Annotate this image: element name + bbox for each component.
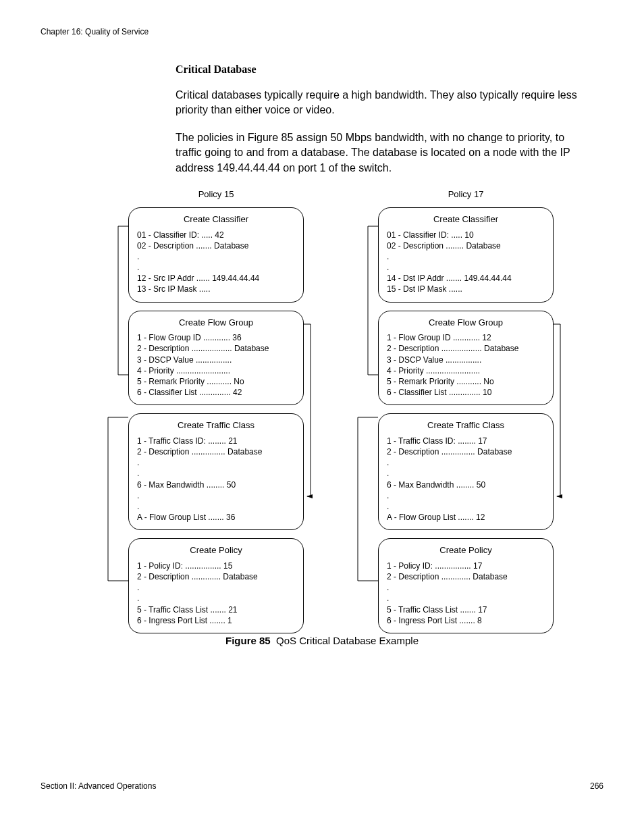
policy-17-title: Policy 17: [378, 189, 554, 199]
row: 1 - Policy ID: ................ 17: [387, 561, 545, 571]
classifier-title-left: Create Classifier: [137, 213, 295, 226]
flowgroup-box-right: Create Flow Group 1 - Flow Group ID ....…: [378, 311, 554, 406]
row: 2 - Description ............... Database: [387, 446, 545, 457]
row: 1 - Flow Group ID ............ 12: [387, 332, 545, 343]
flowgroup-box-left: Create Flow Group 1 - Flow Group ID ....…: [128, 311, 304, 406]
chapter-header: Chapter 16: Quality of Service: [41, 27, 603, 36]
traffic-title-right: Create Traffic Class: [387, 419, 545, 432]
traffic-box-right: Create Traffic Class 1 - Traffic Class I…: [378, 413, 554, 530]
row: 5 - Traffic Class List ....... 21: [137, 604, 295, 615]
row: .: [387, 262, 545, 273]
row: 6 - Classifier List .............. 10: [387, 387, 545, 398]
traffic-box-left: Create Traffic Class 1 - Traffic Class I…: [128, 413, 304, 530]
row: .: [387, 468, 545, 479]
row: 6 - Max Bandwidth ........ 50: [137, 479, 295, 490]
row: .: [137, 457, 295, 468]
row: 5 - Remark Priority ........... No: [137, 376, 295, 387]
row: .: [387, 490, 545, 501]
row: 02 - Description ........ Database: [387, 240, 545, 251]
row: .: [137, 251, 295, 262]
policy-box-title-right: Create Policy: [387, 544, 545, 556]
policy-box-left: Create Policy 1 - Policy ID: ...........…: [128, 538, 304, 633]
row: 2 - Description .................. Datab…: [137, 343, 295, 354]
row: .: [387, 582, 545, 593]
row: 01 - Classifier ID: ..... 10: [387, 230, 545, 240]
row: 2 - Description ............. Database: [387, 571, 545, 582]
flowgroup-title-left: Create Flow Group: [137, 317, 295, 329]
policy-box-title-left: Create Policy: [137, 544, 295, 556]
paragraph-2: The policies in Figure 85 assign 50 Mbps…: [176, 130, 590, 176]
row: .: [137, 501, 295, 512]
row: A - Flow Group List ....... 36: [137, 512, 295, 523]
footer-section: Section II: Advanced Operations: [41, 781, 156, 791]
row: 1 - Policy ID: ................ 15: [137, 561, 295, 571]
row: 1 - Traffic Class ID: ........ 21: [137, 436, 295, 446]
row: 02 - Description ....... Database: [137, 240, 295, 251]
row: 3 - DSCP Value ................: [387, 355, 545, 365]
row: 3 - DSCP Value ................: [137, 355, 295, 365]
flowgroup-title-right: Create Flow Group: [387, 317, 545, 329]
row: 6 - Max Bandwidth ........ 50: [387, 479, 545, 490]
policy-15-title: Policy 15: [128, 189, 304, 199]
row: A - Flow Group List ....... 12: [387, 512, 545, 523]
row: 1 - Traffic Class ID: ........ 17: [387, 436, 545, 446]
row: 4 - Priority ........................: [137, 365, 295, 376]
row: .: [387, 251, 545, 262]
classifier-box-right: Create Classifier 01 - Classifier ID: ..…: [378, 207, 554, 303]
row: 14 - Dst IP Addr ....... 149.44.44.44: [387, 273, 545, 284]
classifier-title-right: Create Classifier: [387, 213, 545, 226]
row: 6 - Ingress Port List ....... 1: [137, 615, 295, 626]
figure-85: Policy 15 Create Classifier 01 - Classif…: [41, 189, 603, 621]
row: .: [137, 468, 295, 479]
row: 6 - Classifier List .............. 42: [137, 387, 295, 398]
row: 2 - Description .................. Datab…: [387, 343, 545, 354]
classifier-box-left: Create Classifier 01 - Classifier ID: ..…: [128, 207, 304, 303]
row: .: [137, 490, 295, 501]
row: .: [137, 582, 295, 593]
row: .: [137, 262, 295, 273]
row: 6 - Ingress Port List ....... 8: [387, 615, 545, 626]
row: .: [387, 593, 545, 604]
row: .: [137, 593, 295, 604]
row: 13 - Src IP Mask .....: [137, 284, 295, 294]
row: 1 - Flow Group ID ............ 36: [137, 332, 295, 343]
traffic-title-left: Create Traffic Class: [137, 419, 295, 432]
page-number: 266: [590, 781, 603, 791]
row: 01 - Classifier ID: ..... 42: [137, 230, 295, 240]
policy-box-right: Create Policy 1 - Policy ID: ...........…: [378, 538, 554, 633]
row: 4 - Priority ........................: [387, 365, 545, 376]
row: 5 - Traffic Class List ....... 17: [387, 604, 545, 615]
paragraph-1: Critical databases typically require a h…: [176, 88, 590, 118]
row: .: [387, 457, 545, 468]
row: 12 - Src IP Addr ...... 149.44.44.44: [137, 273, 295, 284]
row: 2 - Description ............. Database: [137, 571, 295, 582]
row: 15 - Dst IP Mask ......: [387, 284, 545, 294]
row: 5 - Remark Priority ........... No: [387, 376, 545, 387]
section-title: Critical Database: [176, 63, 590, 76]
row: 2 - Description ............... Database: [137, 446, 295, 457]
row: .: [387, 501, 545, 512]
